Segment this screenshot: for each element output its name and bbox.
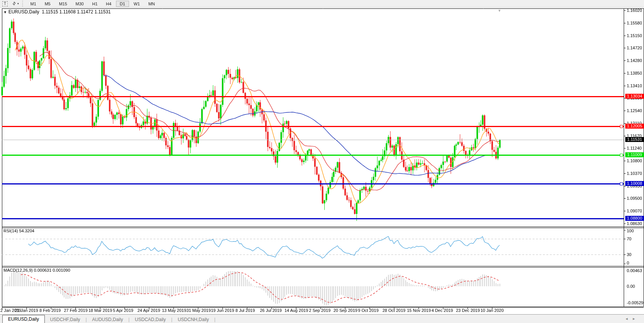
diagonal-arrows-icon: ⇅: [11, 1, 17, 7]
date-tick: 8 Jul 2019: [235, 308, 255, 313]
date-tick: 14 Aug 2019: [284, 308, 308, 313]
chart-overlays: 1.160201.155801.151501.147201.142801.138…: [0, 0, 644, 323]
chart-tabs: EURUSD,DailyUSDCHF,Daily|AUDUSD,Daily|US…: [0, 314, 644, 323]
scroll-right-icon[interactable]: ►: [632, 317, 639, 321]
date-tick: 2 Sep 2019: [309, 308, 330, 313]
timeframe-button-m30[interactable]: M30: [72, 1, 87, 7]
price-tick: 1.08630: [627, 221, 642, 226]
chart-title-symbol: EURUSD,Daily: [8, 9, 39, 15]
date-tick: 5 Apr 2019: [113, 308, 133, 313]
rsi-axis-tick: 0: [627, 261, 629, 265]
tab-usdcnh[interactable]: USDCNH,Daily: [172, 316, 214, 323]
tab-usdcad[interactable]: USDCAD,Daily: [129, 316, 171, 323]
tab-separator: |: [214, 316, 215, 323]
macd-axis-tick: 0.00463: [627, 268, 642, 273]
tab-usdchf[interactable]: USDCHF,Daily: [45, 316, 86, 323]
price-tick: 1.10800: [627, 158, 642, 163]
price-tick: 1.14280: [627, 58, 642, 63]
date-tick: 15 Nov 2019: [407, 308, 431, 313]
date-tick: 21 Jan 2019: [15, 308, 38, 313]
collapse-icon[interactable]: ▼: [3, 10, 7, 14]
price-tick: 1.12540: [627, 108, 642, 113]
timeframe-button-h1[interactable]: H1: [88, 1, 101, 7]
date-tick: 10 Jan 2020: [481, 308, 504, 313]
macd-axis-tick: -0.00529: [627, 300, 643, 305]
date-tick: 23 Dec 2019: [456, 308, 480, 313]
timeframe-button-h4[interactable]: H4: [102, 1, 115, 7]
price-tick: 1.15150: [627, 33, 642, 38]
cursor-tool-button[interactable]: ⇅ ▾: [10, 0, 21, 7]
timeframe-button-d1[interactable]: D1: [116, 1, 129, 7]
price-tick: 1.14720: [627, 46, 642, 50]
price-level-label[interactable]: 1.12005: [625, 124, 644, 129]
price-tick: 1.16020: [627, 8, 642, 13]
price-level-label[interactable]: 1.10008: [625, 181, 644, 186]
date-tick: 9 Oct 2019: [358, 308, 379, 313]
date-tick: 19 Jun 2019: [211, 308, 234, 313]
date-tick: 28 Oct 2019: [382, 308, 405, 313]
price-tick: 1.10370: [627, 171, 642, 176]
price-tick: 1.13410: [627, 83, 642, 88]
tab-scroll-arrows: ◄►: [625, 317, 639, 321]
rsi-axis-tick: 100: [627, 228, 634, 233]
timeframe-button-mn[interactable]: MN: [144, 1, 159, 7]
rsi-axis-tick: 70: [627, 237, 631, 241]
macd-label: MACD(12,26,9) 0.000631 0.001090: [3, 268, 70, 272]
date-tick: 24 Apr 2019: [137, 308, 160, 313]
current-price-label[interactable]: 1.11531: [625, 137, 644, 142]
price-tick: 1.09070: [627, 209, 642, 213]
price-tick: 1.15580: [627, 21, 642, 25]
text-tool-button[interactable]: T: [0, 0, 10, 7]
chart-title-ohlc: 1.11515 1.11608 1.11472 1.11531: [42, 9, 111, 15]
timeframe-button-m15[interactable]: M15: [55, 1, 71, 7]
date-tick: 4 Dec 2019: [432, 308, 453, 313]
date-tick: 26 Jul 2019: [260, 308, 282, 313]
price-tick: 1.11240: [627, 146, 642, 150]
price-tick: 1.13850: [627, 71, 642, 75]
date-tick: 27 Feb 2019: [64, 308, 88, 313]
date-tick: 13 May 2019: [162, 308, 186, 313]
price-level-label[interactable]: 1.08800: [625, 216, 644, 221]
timeframe-button-w1[interactable]: W1: [130, 1, 144, 7]
text-tool-icon: T: [2, 1, 8, 7]
date-tick: 20 Sep 2019: [333, 308, 357, 313]
chart-title: ▼EURUSD,Daily 1.11515 1.11608 1.11472 1.…: [3, 9, 111, 15]
rsi-label: RSI(14) 54.3204: [3, 228, 34, 233]
toolbar-separator: [22, 1, 25, 7]
date-tick: 18 Mar 2019: [88, 308, 112, 313]
date-tick: 31 May 2019: [186, 308, 211, 313]
price-level-label[interactable]: 1.13034: [625, 94, 644, 99]
toolbar: T ⇅ ▾ M1M5M15M30H1H4D1W1MN: [0, 0, 644, 8]
timeframe-buttons: M1M5M15M30H1H4D1W1MN: [26, 1, 159, 7]
dropdown-caret-icon: ▾: [17, 2, 19, 5]
tab-eurusd[interactable]: EURUSD,Daily: [2, 315, 45, 323]
macd-axis-tick: 0.00: [627, 284, 635, 289]
price-level-label[interactable]: 1.11009: [625, 152, 644, 157]
tab-audusd[interactable]: AUDUSD,Daily: [87, 316, 129, 323]
price-tick: 1.09500: [627, 196, 642, 201]
tab-list: EURUSD,DailyUSDCHF,Daily|AUDUSD,Daily|US…: [0, 315, 216, 323]
timeframe-button-m5[interactable]: M5: [41, 1, 54, 7]
timeframe-button-m1[interactable]: M1: [26, 1, 40, 7]
rsi-axis-tick: 30: [627, 252, 631, 257]
date-tick: 8 Feb 2019: [39, 308, 61, 313]
scroll-left-icon[interactable]: ◄: [625, 317, 632, 321]
